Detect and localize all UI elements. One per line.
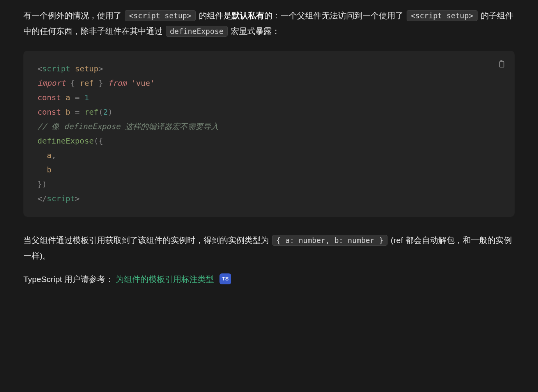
text: 当父组件通过模板引用获取到了该组件的实例时，得到的实例类型为 — [23, 236, 271, 245]
bold-text: 默认私有 — [232, 11, 264, 20]
code-line: // 像 defineExpose 这样的编译器宏不需要导入 — [37, 119, 501, 134]
inline-code-defineexpose: defineExpose — [166, 26, 228, 37]
inline-code-type: { a: number, b: number } — [272, 235, 388, 246]
code-line: <script setup> — [37, 62, 501, 76]
text: TypeScript 用户请参考： — [23, 275, 113, 284]
typescript-note: TypeScript 用户请参考： 为组件的模板引用标注类型 TS — [23, 271, 515, 287]
text: 宏显式暴露： — [231, 27, 280, 35]
inline-code-script-setup-2: <script setup> — [407, 10, 478, 21]
code-line: b — [37, 163, 501, 177]
clipboard-icon — [497, 60, 506, 68]
intro-paragraph: 有一个例外的情况，使用了 <script setup> 的组件是默认私有的：一个… — [23, 8, 515, 39]
typescript-link[interactable]: 为组件的模板引用标注类型 — [116, 275, 214, 284]
code-line: a, — [37, 148, 501, 163]
code-line: import { ref } from 'vue' — [37, 76, 501, 90]
code-block: <script setup> import { ref } from 'vue'… — [23, 51, 515, 217]
code-line: const b = ref(2) — [37, 105, 501, 119]
copy-button[interactable] — [495, 58, 508, 70]
ts-badge: TS — [219, 273, 232, 285]
text: 的组件是 — [199, 11, 232, 20]
inline-code-script-setup-1: <script setup> — [125, 10, 196, 21]
code-line: defineExpose({ — [37, 134, 501, 148]
code-line: const a = 1 — [37, 90, 501, 105]
code-line: </script> — [37, 192, 501, 206]
code-line: }) — [37, 177, 501, 192]
text: 有一个例外的情况，使用了 — [23, 11, 124, 20]
svg-rect-0 — [499, 61, 504, 67]
result-paragraph: 当父组件通过模板引用获取到了该组件的实例时，得到的实例类型为 { a: numb… — [23, 232, 515, 264]
text: 的：一个父组件无法访问到一个使用了 — [264, 11, 406, 20]
